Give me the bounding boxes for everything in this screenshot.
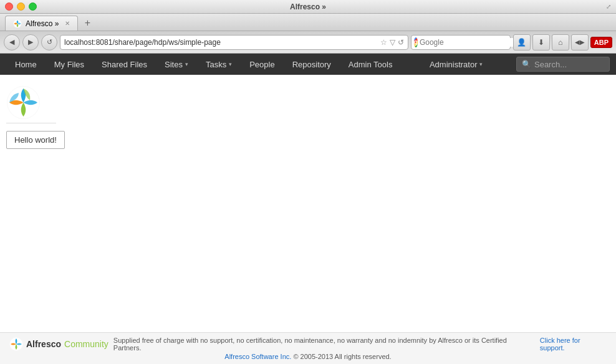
footer-inner: Alfresco Community Supplied free of char… — [9, 337, 607, 360]
footer-copyright: Alfresco Software Inc. © 2005-2013 All r… — [224, 353, 391, 360]
forward-button[interactable]: ▶ — [22, 34, 39, 50]
nav-sharedfiles-label: Shared Files — [102, 60, 147, 69]
footer-supplied-text: Supplied free of charge with no support,… — [113, 337, 535, 352]
admin-chevron-icon: ▾ — [479, 61, 483, 67]
footer-top: Alfresco Community Supplied free of char… — [9, 337, 607, 352]
search-input[interactable] — [420, 38, 513, 47]
abp-button[interactable]: ABP — [590, 37, 612, 48]
traffic-lights — [5, 2, 37, 11]
toolbar-right: 👤 ⬇ ⌂ ◀▶ ABP — [513, 34, 612, 50]
down-filter-icon[interactable]: ▽ — [390, 38, 395, 47]
nav-item-home[interactable]: Home — [6, 54, 46, 75]
google-icon: g — [414, 37, 418, 47]
nav-item-sites[interactable]: Sites ▾ — [156, 54, 197, 75]
nav-myfiles-label: My Files — [54, 60, 84, 69]
alfresco-logo-icon — [6, 85, 41, 120]
address-input[interactable] — [64, 38, 378, 47]
footer-logo: Alfresco Community — [9, 337, 108, 351]
footer-alfresco-label: Alfresco — [26, 339, 61, 349]
home-button[interactable]: ⌂ — [552, 34, 569, 50]
window-chrome: Alfresco » ⤢ — [0, 0, 616, 14]
minimize-button[interactable] — [17, 2, 25, 11]
nav-item-sharedfiles[interactable]: Shared Files — [93, 54, 156, 75]
reload-icon[interactable]: ↺ — [398, 38, 404, 47]
nav-search-wrap: 🔍 — [516, 57, 610, 72]
tab-logo-icon — [13, 19, 22, 28]
nav-sites-label: Sites — [165, 60, 183, 69]
download-button[interactable]: ⬇ — [532, 34, 550, 50]
content-area: Hello world! — [0, 76, 616, 155]
nav-item-admintools[interactable]: Admin Tools — [340, 54, 402, 75]
tasks-chevron-icon: ▾ — [229, 61, 232, 67]
nav-administrator-label: Administrator — [430, 60, 478, 69]
nav-item-tasks[interactable]: Tasks ▾ — [197, 54, 241, 75]
hello-world-button[interactable]: Hello world! — [6, 131, 65, 149]
nav-tasks-label: Tasks — [206, 60, 226, 69]
nav-repository-label: Repository — [292, 60, 331, 69]
main-content-area: Hello world! — [0, 76, 616, 329]
nav-item-administrator[interactable]: Administrator ▾ — [421, 54, 492, 75]
close-button[interactable] — [5, 2, 13, 11]
nav-search-input[interactable] — [534, 60, 604, 69]
alfresco-logo-wrap — [6, 82, 56, 123]
nav-item-repository[interactable]: Repository — [284, 54, 340, 75]
footer-logo-icon — [9, 337, 23, 351]
tab-label: Alfresco » — [26, 19, 59, 28]
app-navbar: Home My Files Shared Files Sites ▾ Tasks… — [0, 54, 616, 75]
footer-copyright-text: © 2005-2013 All rights reserved. — [293, 353, 391, 360]
maximize-button[interactable] — [29, 2, 37, 11]
sites-chevron-icon: ▾ — [185, 61, 188, 67]
footer-community-label: Community — [64, 339, 108, 349]
nav-home-label: Home — [15, 60, 37, 69]
new-tab-button[interactable]: + — [80, 16, 94, 30]
nav-arrows-button[interactable]: ◀▶ — [571, 34, 589, 50]
person-button[interactable]: 👤 — [513, 34, 531, 50]
search-wrap: g 🔍 — [411, 35, 511, 50]
nav-search-icon: 🔍 — [522, 60, 531, 69]
star-icon[interactable]: ☆ — [380, 38, 387, 47]
nav-item-myfiles[interactable]: My Files — [46, 54, 93, 75]
nav-admintools-label: Admin Tools — [349, 60, 393, 69]
footer-click-link[interactable]: Click here for support. — [540, 337, 607, 352]
tab-bar: Alfresco » ✕ + — [0, 14, 616, 31]
address-bar: ◀ ▶ ↺ ☆ ▽ ↺ g 🔍 👤 ⬇ ⌂ ◀▶ ABP — [0, 31, 616, 54]
address-icons: ☆ ▽ ↺ — [380, 38, 404, 47]
footer: Alfresco Community Supplied free of char… — [0, 332, 616, 364]
resize-icon[interactable]: ⤢ — [606, 3, 611, 10]
address-input-wrap: ☆ ▽ ↺ — [60, 35, 408, 50]
back-button[interactable]: ◀ — [4, 34, 20, 50]
nav-people-label: People — [249, 60, 274, 69]
reload-button[interactable]: ↺ — [41, 34, 57, 50]
footer-alfresco-link[interactable]: Alfresco Software Inc. — [224, 353, 291, 360]
window-title: Alfresco » — [290, 2, 326, 11]
active-tab[interactable]: Alfresco » ✕ — [5, 16, 78, 31]
nav-item-people[interactable]: People — [241, 54, 283, 75]
tab-close-icon[interactable]: ✕ — [65, 20, 70, 27]
